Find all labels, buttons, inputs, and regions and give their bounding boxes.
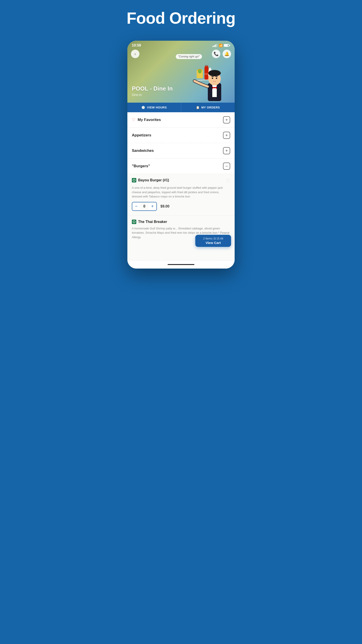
menu-item-bayou: Bayou Burger (#1) ♡ A one-of-a-kind, dee… — [127, 174, 235, 215]
section-title-sandwiches: Sandwiches — [132, 148, 154, 153]
menu-item-title-row-thai: The Thai Breaker — [132, 220, 167, 224]
section-header-left-burg: "Burgers" — [132, 164, 150, 168]
page-title: Food Ordering — [127, 9, 236, 27]
section-title-burgers: "Burgers" — [132, 164, 150, 168]
clock-icon: 🕐 — [141, 106, 145, 109]
home-indicator — [127, 260, 235, 268]
menu-item-icon-inner — [133, 179, 135, 182]
section-header-left-sand: Sandwiches — [132, 148, 154, 153]
view-hours-label: VIEW HOURS — [147, 106, 167, 109]
svg-point-16 — [216, 78, 217, 79]
svg-point-2 — [198, 70, 202, 73]
menu-item-icon-thai — [132, 220, 136, 224]
view-hours-button[interactable]: 🕐 VIEW HOURS — [127, 103, 181, 112]
menu-section-favorites: ♡ My Favorites + — [127, 112, 235, 128]
hero-section: 10:58 📶 ‹ "Coming right — [127, 41, 235, 112]
svg-point-12 — [214, 87, 215, 88]
menu-item-icon-inner-thai — [133, 220, 135, 223]
bayou-decrease-button[interactable]: − — [132, 202, 140, 210]
waiter-illustration — [190, 45, 235, 103]
menu-item-thai: The Thai Breaker A homemade Gulf Shrimp … — [127, 215, 235, 260]
toggle-sandwiches[interactable]: + — [223, 147, 230, 154]
hero-buttons: 🕐 VIEW HOURS 📋 MY ORDERS — [127, 103, 235, 112]
hero-info: POOL - Dine In Dine-in — [132, 85, 173, 96]
menu-section-appetizers: Appetizers + — [127, 128, 235, 143]
svg-point-15 — [212, 78, 213, 79]
heart-icon: ♡ — [132, 118, 135, 122]
svg-point-14 — [208, 70, 221, 76]
thai-breaker-name: The Thai Breaker — [138, 220, 167, 224]
menu-item-icon-bayou — [132, 178, 136, 182]
bayou-price: $9.00 — [160, 204, 169, 208]
orders-icon: 📋 — [196, 106, 200, 109]
bayou-quantity-control: − 0 + — [132, 202, 157, 211]
bayou-burger-description: A one-of-a-kind, deep fried ground beef … — [132, 186, 230, 199]
bayou-quantity-value: 0 — [140, 204, 148, 208]
my-orders-button[interactable]: 📋 MY ORDERS — [181, 103, 235, 112]
menu-item-header-bayou: Bayou Burger (#1) ♡ — [132, 178, 230, 183]
svg-rect-6 — [204, 73, 209, 75]
section-title-appetizers: Appetizers — [132, 133, 151, 138]
cart-items-count: 2 Items | $ 15.48 — [199, 237, 228, 240]
phone-frame: 10:58 📶 ‹ "Coming right — [127, 41, 235, 268]
bayou-quantity-row: − 0 + $9.00 — [132, 202, 230, 211]
bayou-burger-name: Bayou Burger (#1) — [138, 178, 169, 182]
toggle-appetizers[interactable]: + — [223, 132, 230, 139]
svg-rect-5 — [205, 65, 208, 66]
bayou-increase-button[interactable]: + — [148, 202, 156, 210]
status-time: 10:58 — [132, 44, 141, 48]
section-header-sandwiches[interactable]: Sandwiches + — [127, 143, 235, 158]
menu-item-title-row-bayou: Bayou Burger (#1) — [132, 178, 169, 182]
toggle-burgers[interactable]: − — [223, 162, 230, 170]
back-button[interactable]: ‹ — [131, 50, 139, 58]
section-header-appetizers[interactable]: Appetizers + — [127, 128, 235, 143]
venue-type: Dine-in — [132, 93, 173, 96]
bayou-favorite-button[interactable]: ♡ — [226, 178, 230, 183]
svg-line-17 — [211, 76, 214, 77]
view-cart-button[interactable]: View Cart — [199, 241, 228, 245]
venue-name: POOL - Dine In — [132, 85, 173, 92]
my-orders-label: MY ORDERS — [201, 106, 220, 109]
section-header-left: ♡ My Favorites — [132, 118, 161, 122]
toggle-favorites[interactable]: + — [223, 116, 230, 124]
menu-content: ♡ My Favorites + Appetizers + — [127, 112, 235, 260]
cart-bar[interactable]: 2 Items | $ 15.48 View Cart — [195, 235, 231, 247]
section-header-burgers[interactable]: "Burgers" − — [127, 158, 235, 174]
section-title-favorites: My Favorites — [138, 118, 161, 122]
svg-line-18 — [215, 76, 218, 77]
svg-rect-9 — [212, 84, 217, 97]
section-header-favorites[interactable]: ♡ My Favorites + — [127, 112, 235, 128]
menu-item-header-thai: The Thai Breaker — [132, 220, 230, 224]
menu-section-sandwiches: Sandwiches + — [127, 143, 235, 158]
section-header-left-app: Appetizers — [132, 133, 151, 138]
home-bar — [168, 264, 194, 265]
menu-section-burgers: "Burgers" − Bayou Burger (#1) ♡ — [127, 158, 235, 260]
